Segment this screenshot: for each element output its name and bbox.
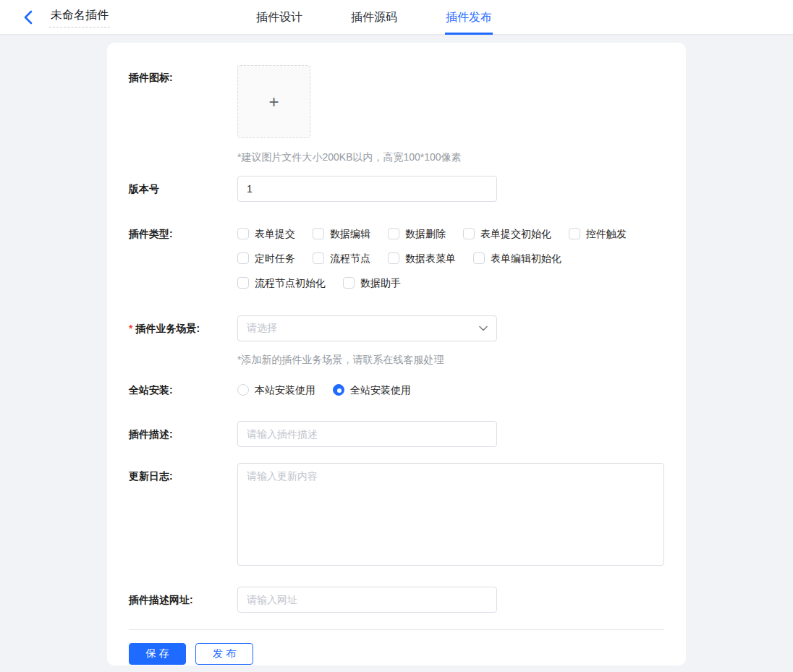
- install-scope-radio[interactable]: 全站安装使用: [333, 383, 411, 397]
- tab-label: 插件设计: [256, 10, 302, 25]
- required-asterisk: *: [129, 323, 132, 334]
- business-scene-label-wrap: *插件业务场景:: [129, 315, 237, 367]
- checkbox-icon: [313, 252, 324, 264]
- publish-form-card: 插件图标: + *建议图片文件大小200KB以内，高宽100*100像素 版本号…: [107, 43, 686, 665]
- footer-buttons: 保存 发布: [129, 643, 664, 665]
- checkbox-icon: [343, 277, 355, 289]
- save-button[interactable]: 保存: [129, 643, 186, 665]
- plugin-type-checkbox[interactable]: 数据表菜单: [388, 251, 456, 265]
- changelog-textarea[interactable]: [237, 463, 664, 566]
- tab[interactable]: 插件源码: [350, 0, 398, 35]
- chevron-down-icon: [479, 326, 488, 331]
- changelog-label: 更新日志:: [129, 463, 237, 568]
- radio-label: 本站安装使用: [255, 383, 315, 397]
- checkbox-icon: [473, 252, 485, 264]
- plugin-type-checkbox[interactable]: 表单提交初始化: [463, 226, 551, 241]
- checkbox-label: 表单编辑初始化: [491, 251, 561, 265]
- tab[interactable]: 插件发布: [445, 0, 493, 35]
- business-scene-label: 插件业务场景:: [135, 323, 200, 334]
- tab-label: 插件源码: [351, 10, 397, 25]
- checkbox-label: 流程节点: [330, 251, 370, 265]
- plugin-type-checkbox[interactable]: 数据编辑: [313, 226, 370, 241]
- tab-bar: 插件设计插件源码插件发布: [255, 0, 493, 35]
- checkbox-label: 表单提交初始化: [480, 226, 551, 241]
- plugin-type-options: 表单提交 数据编辑 数据删除 表单提交初始化 控件触发: [237, 223, 643, 290]
- plugin-type-checkbox[interactable]: 流程节点初始化: [237, 276, 326, 290]
- plugin-type-checkbox[interactable]: 表单提交: [237, 226, 295, 241]
- tab[interactable]: 插件设计: [255, 0, 303, 35]
- checkbox-label: 控件触发: [586, 226, 627, 241]
- description-url-label: 插件描述网址:: [129, 587, 237, 613]
- plugin-title[interactable]: 未命名插件: [49, 7, 110, 27]
- icon-size-hint: *建议图片文件大小200KB以内，高宽100*100像素: [237, 150, 664, 164]
- checkbox-icon: [388, 228, 399, 239]
- site-install-options: 本站安装使用 全站安装使用: [237, 377, 664, 397]
- plugin-type-checkbox[interactable]: 数据助手: [343, 276, 401, 290]
- description-label: 插件描述:: [129, 421, 237, 447]
- description-url-input[interactable]: [237, 587, 497, 613]
- checkbox-icon: [463, 228, 475, 239]
- radio-icon: [237, 384, 249, 396]
- checkbox-icon: [313, 228, 324, 239]
- version-label: 版本号: [129, 176, 237, 202]
- site-install-label: 全站安装:: [129, 377, 237, 397]
- plugin-type-checkbox[interactable]: 表单编辑初始化: [473, 251, 561, 265]
- install-scope-radio[interactable]: 本站安装使用: [237, 383, 315, 397]
- checkbox-label: 数据表菜单: [405, 251, 456, 265]
- checkbox-label: 数据助手: [360, 276, 401, 290]
- back-button[interactable]: [19, 9, 36, 26]
- checkbox-icon: [388, 252, 399, 264]
- business-scene-select[interactable]: 请选择: [237, 315, 497, 341]
- checkbox-label: 流程节点初始化: [255, 276, 326, 290]
- checkbox-icon: [237, 277, 249, 289]
- checkbox-icon: [237, 228, 249, 239]
- plugin-type-checkbox[interactable]: 控件触发: [569, 226, 627, 241]
- radio-label: 全站安装使用: [350, 383, 411, 397]
- select-placeholder: 请选择: [247, 322, 277, 335]
- top-bar: 未命名插件 插件设计插件源码插件发布: [0, 0, 793, 35]
- icon-upload-box[interactable]: +: [237, 65, 310, 138]
- tab-label: 插件发布: [446, 10, 492, 25]
- radio-icon: [333, 384, 344, 396]
- plugin-type-checkbox[interactable]: 定时任务: [237, 251, 295, 265]
- plugin-type-label: 插件类型:: [129, 223, 237, 290]
- checkbox-label: 数据删除: [405, 226, 446, 241]
- checkbox-icon: [569, 228, 580, 239]
- version-input[interactable]: [237, 176, 497, 202]
- checkbox-label: 表单提交: [255, 226, 295, 241]
- checkbox-label: 数据编辑: [330, 226, 370, 241]
- plus-icon: +: [268, 93, 279, 111]
- checkbox-label: 定时任务: [255, 251, 295, 265]
- business-scene-hint: *添加新的插件业务场景，请联系在线客服处理: [237, 352, 664, 367]
- plugin-type-checkbox[interactable]: 数据删除: [388, 226, 446, 241]
- footer-divider: [129, 629, 664, 630]
- publish-button[interactable]: 发布: [195, 643, 253, 665]
- description-input[interactable]: [237, 421, 497, 447]
- chevron-left-icon: [23, 10, 33, 25]
- plugin-type-checkbox[interactable]: 流程节点: [313, 251, 370, 265]
- plugin-icon-label: 插件图标:: [129, 65, 237, 164]
- checkbox-icon: [237, 252, 249, 264]
